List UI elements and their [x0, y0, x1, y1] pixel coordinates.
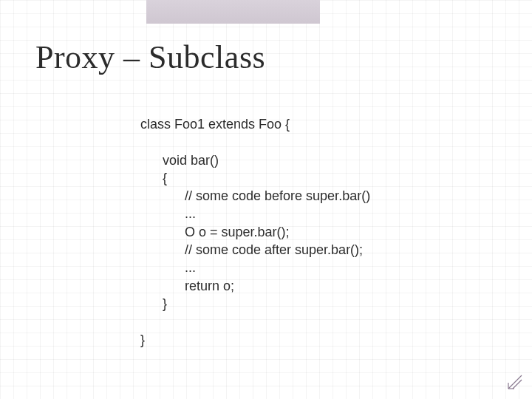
code-line: // some code after super.bar();	[140, 241, 370, 259]
code-line: ...	[140, 259, 370, 276]
code-line: // some code before super.bar()	[140, 187, 370, 205]
code-line: ...	[140, 205, 370, 222]
code-line: class Foo1 extends Foo {	[140, 115, 370, 133]
code-blank	[140, 313, 370, 330]
code-line: O o = super.bar();	[140, 223, 370, 241]
code-block: class Foo1 extends Foo { void bar() { //…	[140, 115, 370, 349]
code-line: void bar()	[140, 151, 370, 169]
code-line: {	[140, 169, 370, 187]
slide: Proxy – Subclass class Foo1 extends Foo …	[0, 0, 532, 399]
top-accent-bar	[146, 0, 320, 24]
code-blank	[140, 133, 370, 151]
code-line: return o;	[140, 277, 370, 295]
slide-title: Proxy – Subclass	[35, 38, 265, 76]
code-line: }	[140, 331, 370, 349]
corner-decoration-icon	[505, 372, 525, 392]
code-line: }	[140, 295, 370, 313]
